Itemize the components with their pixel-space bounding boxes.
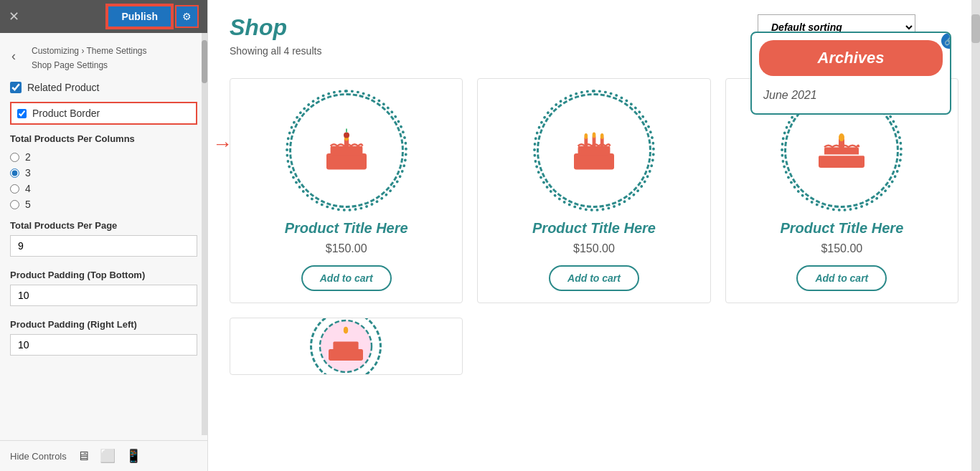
bottom-bar: Hide Controls 🖥 ⬜ 📱 [0,440,207,471]
related-product-row: Related Product [10,82,197,93]
columns-radio-group: 2 3 4 5 [10,151,197,210]
related-product-checkbox[interactable] [10,82,22,93]
svg-rect-8 [584,137,588,147]
archives-body: June 2021 [752,83,950,113]
product-price-1: $150.00 [326,242,367,255]
breadcrumb: Customizing › Theme Settings [22,39,157,59]
panel-scrollbar[interactable] [202,33,207,435]
product-image-1 [289,93,404,208]
breadcrumb-row: ‹ Customizing › Theme Settings Shop Page… [0,33,207,73]
top-bar: ✕ Publish ⚙ [0,0,207,33]
radio-3[interactable] [10,168,19,178]
product-title-1: Product Title Here [285,219,408,237]
svg-rect-20 [329,349,363,361]
columns-radio-3: 3 [10,167,197,179]
archives-widget-inner: 🔗 Archives June 2021 [752,40,950,113]
archives-header: Archives [759,40,943,76]
related-product-label: Related Product [27,82,99,93]
desktop-icon[interactable]: 🖥 [77,449,90,464]
breadcrumb-child: Theme Settings [87,46,147,56]
product-border-label: Product Border [32,108,100,119]
radio-4-label: 4 [25,183,31,194]
main-scrollbar[interactable] [971,0,980,471]
columns-section-title: Total Products Per Columns [10,133,197,144]
svg-rect-10 [600,137,604,147]
product-price-2: $150.00 [573,242,615,255]
padding-rl-label: Product Padding (Right Left) [10,319,197,330]
svg-point-17 [839,133,844,141]
svg-rect-7 [578,146,611,156]
svg-rect-0 [326,153,367,169]
gear-button[interactable]: ⚙ [175,5,199,28]
partial-products-row [230,318,958,375]
cake-icon-1 [318,122,375,179]
panel-content: Related Product Product Border Total Pro… [0,73,207,440]
left-panel: ✕ Publish ⚙ ‹ Customizing › Theme Settin… [0,0,208,471]
cake-icon-2 [565,122,623,179]
svg-point-13 [600,133,604,139]
product-title-3: Product Title Here [780,219,903,237]
radio-5-label: 5 [25,199,31,210]
red-arrow-indicator: → [212,133,232,156]
add-to-cart-btn-3[interactable]: Add to cart [796,265,887,291]
per-page-input[interactable] [10,235,197,257]
columns-radio-5: 5 [10,199,197,210]
tablet-icon[interactable]: ⬜ [100,448,116,464]
radio-3-label: 3 [25,167,31,179]
back-button[interactable]: ‹ [6,49,22,64]
radio-2-label: 2 [25,151,31,163]
product-card-2: Product Title Here $150.00 Add to cart [477,78,710,303]
radio-2[interactable] [10,153,19,162]
padding-rl-input[interactable] [10,334,197,356]
columns-radio-4: 4 [10,183,197,194]
svg-rect-9 [593,135,596,147]
svg-point-12 [593,132,596,138]
publish-button[interactable]: Publish [107,5,172,28]
svg-rect-6 [574,153,614,169]
svg-rect-16 [839,138,844,148]
product-border-row: Product Border [10,102,197,125]
padding-tb-label: Product Padding (Top Bottom) [10,270,197,280]
columns-radio-2: 2 [10,151,197,163]
page-title: Shop Page Settings [22,59,157,73]
svg-point-22 [344,327,348,334]
svg-point-3 [344,134,348,141]
archives-june-2021[interactable]: June 2021 [763,89,938,102]
partial-image-4 [310,318,382,375]
svg-rect-21 [334,342,359,350]
main-area: Default sorting Sort by popularity Sort … [208,0,980,471]
add-to-cart-btn-1[interactable]: Add to cart [301,265,392,291]
archives-link-icon: 🔗 [941,33,951,49]
breadcrumb-parent[interactable]: Customizing [32,46,79,56]
svg-rect-14 [819,155,864,168]
product-border-checkbox[interactable] [17,109,27,118]
hide-controls-label: Hide Controls [10,451,67,462]
cake-icon-3 [813,122,870,179]
close-button[interactable]: ✕ [9,9,19,24]
product-card-1: Product Title Here $150.00 Add to cart [230,78,463,303]
radio-4[interactable] [10,184,19,194]
mobile-icon[interactable]: 📱 [126,448,141,464]
publish-area: Publish ⚙ [107,5,199,28]
partial-cake-4 [317,318,374,375]
svg-rect-15 [824,147,859,156]
panel-scrollbar-thumb[interactable] [202,40,207,83]
svg-point-4 [344,132,349,138]
svg-rect-2 [344,138,348,147]
svg-point-11 [584,133,588,139]
svg-rect-1 [330,146,362,156]
breadcrumb-separator: › [81,46,84,56]
archives-widget: 🔗 Archives June 2021 [750,32,951,115]
per-page-label: Total Products Per Page [10,220,197,231]
product-price-3: $150.00 [821,242,862,255]
radio-5[interactable] [10,200,19,209]
padding-tb-input[interactable] [10,285,197,306]
add-to-cart-btn-2[interactable]: Add to cart [549,265,639,291]
product-image-2 [537,93,651,208]
product-title-2: Product Title Here [532,219,656,237]
partial-product-card-4 [230,318,463,375]
main-scrollbar-thumb[interactable] [971,14,980,43]
